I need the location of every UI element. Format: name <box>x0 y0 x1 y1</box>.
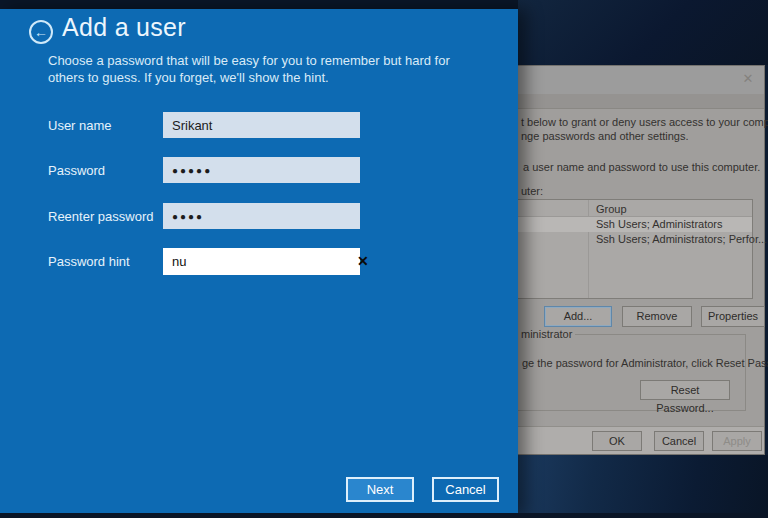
password-field[interactable] <box>163 157 360 183</box>
desktop-wallpaper <box>518 0 768 65</box>
intro-text-line1: t below to grant or deny users access to… <box>521 116 768 128</box>
cancel-button[interactable]: Cancel <box>432 477 499 502</box>
reset-password-text: ge the password for Administrator, click… <box>522 357 768 369</box>
username-label: User name <box>48 118 160 133</box>
back-arrow-icon: ← <box>34 24 48 40</box>
properties-button[interactable]: Properties <box>701 306 765 327</box>
list-item-group: Ssh Users; Administrators; Perfor... <box>596 233 767 245</box>
intro-text-line2: nge passwords and other settings. <box>521 130 689 142</box>
add-user-panel: ← Add a user Choose a password that will… <box>0 9 518 518</box>
back-button[interactable]: ← <box>29 20 53 44</box>
page-subtitle: Choose a password that will be easy for … <box>48 52 466 86</box>
desktop-wallpaper <box>0 0 518 9</box>
password-hint-input[interactable] <box>163 248 357 275</box>
password-hint-field[interactable]: ✕ <box>163 248 360 275</box>
desktop-wallpaper <box>0 513 768 518</box>
group-column-label: Group <box>596 203 627 215</box>
group-label: ministrator <box>518 328 575 340</box>
ok-button[interactable]: OK <box>592 431 642 451</box>
password-label: Password <box>48 163 160 178</box>
reenter-password-label: Reenter password <box>48 209 160 224</box>
desktop-wallpaper <box>518 455 768 518</box>
clear-icon[interactable]: ✕ <box>357 248 369 275</box>
cancel-button[interactable]: Cancel <box>654 431 704 451</box>
reenter-password-field[interactable] <box>163 203 360 229</box>
next-button[interactable]: Next <box>346 477 414 502</box>
remove-user-button[interactable]: Remove <box>622 306 692 327</box>
username-field[interactable] <box>163 112 360 138</box>
add-user-button[interactable]: Add... <box>544 306 612 327</box>
list-item-group: Ssh Users; Administrators <box>596 218 723 230</box>
apply-button: Apply <box>712 431 762 451</box>
require-password-text: a user name and password to use this com… <box>523 161 760 173</box>
reset-password-button[interactable]: Reset Password... <box>640 380 730 400</box>
page-title: Add a user <box>62 13 186 42</box>
users-list-label: uter: <box>521 185 543 197</box>
close-icon[interactable]: ✕ <box>739 70 757 88</box>
password-hint-label: Password hint <box>48 254 160 269</box>
